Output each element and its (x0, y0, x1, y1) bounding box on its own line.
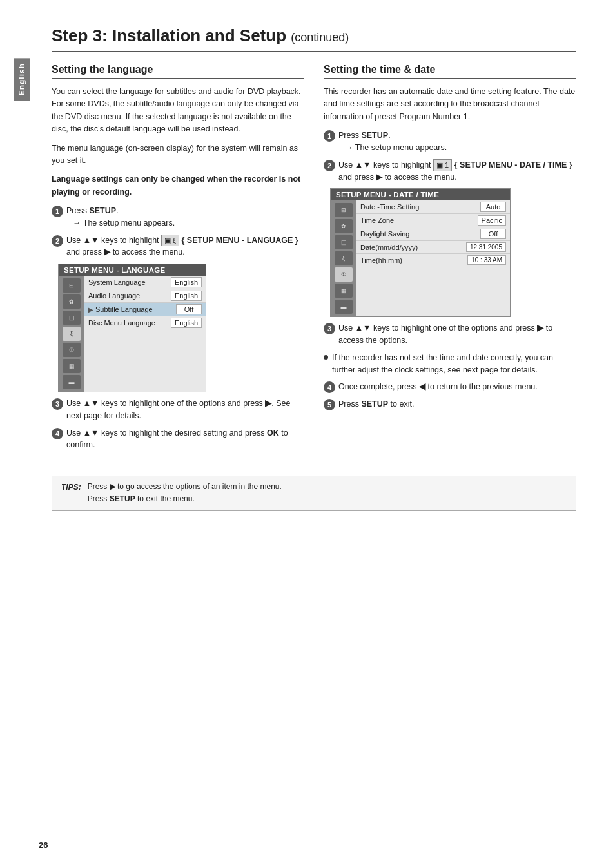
step-num-4: 4 (52, 428, 63, 439)
language-menu-body: ⊟ ✿ ◫ ξ ① ▦ ▬ System Language English (59, 276, 206, 392)
tips-content: Press ▶ to go access the options of an i… (88, 481, 282, 505)
datetime-row-2: Daylight Saving Off (356, 227, 510, 241)
right-step-1: 1 Press SETUP. → The setup menu appears. (324, 130, 576, 154)
right-step-5-content: Press SETUP to exit. (338, 398, 576, 410)
right-step-num-3: 3 (324, 323, 335, 334)
language-menu-row-2: ▶ Subtitle Language Off (84, 303, 206, 316)
left-step-4: 4 Use ▲▼ keys to highlight the desired s… (52, 427, 304, 452)
right-step-num-2: 2 (324, 160, 335, 171)
page-number: 26 (39, 840, 48, 850)
left-step-3: 3 Use ▲▼ keys to highlight one of the op… (52, 398, 304, 422)
datetime-row-0: Date -Time Setting Auto (356, 200, 510, 214)
menu-icon-5: ① (63, 343, 81, 357)
language-menu-row-0: System Language English (84, 276, 206, 289)
step-num-3: 3 (52, 398, 63, 410)
left-step-2-content: Use ▲▼ keys to highlight ▣ ξ { SETUP MEN… (66, 235, 304, 259)
right-step-3-content: Use ▲▼ keys to highlight one of the opti… (338, 322, 576, 347)
right-bullet-step: If the recorder has not set the time and… (324, 352, 576, 376)
language-menu-row-1: Audio Language English (84, 289, 206, 303)
right-step-2-content: Use ▲▼ keys to highlight ▣ 1 { SETUP MEN… (338, 159, 576, 184)
datetime-menu-icons: ⊟ ✿ ◫ ξ ① ▦ ▬ (331, 200, 356, 316)
left-column: Setting the language You can select the … (52, 64, 304, 456)
left-step-2: 2 Use ▲▼ keys to highlight ▣ ξ { SETUP M… (52, 235, 304, 259)
right-section-heading: Setting the time & date (324, 64, 576, 79)
step-num-1: 1 (52, 206, 63, 217)
menu-icon-4: ξ (63, 327, 81, 341)
right-step-2: 2 Use ▲▼ keys to highlight ▣ 1 { SETUP M… (324, 159, 576, 184)
sidebar-english-label: English (14, 58, 30, 101)
datetime-menu-rows: Date -Time Setting Auto Time Zone Pacifi… (356, 200, 510, 316)
dt-menu-icon-3: ◫ (335, 235, 353, 249)
right-step-num-5: 5 (324, 399, 335, 410)
left-step-4-content: Use ▲▼ keys to highlight the desired set… (66, 427, 304, 452)
tips-line-2: Press SETUP to exit the menu. (88, 493, 282, 505)
menu-note: The menu language (on-screen display) fo… (52, 142, 304, 168)
datetime-row-1: Time Zone Pacific (356, 214, 510, 227)
right-step-3: 3 Use ▲▼ keys to highlight one of the op… (324, 322, 576, 347)
tips-box: TIPS: Press ▶ to go access the options o… (52, 476, 576, 510)
language-menu-box: SETUP MENU - LANGUAGE ⊟ ✿ ◫ ξ ① ▦ ▬ Syst… (58, 264, 206, 392)
bold-note: Language settings can only be changed wh… (52, 173, 304, 198)
left-section-heading: Setting the language (52, 64, 304, 79)
left-step-3-content: Use ▲▼ keys to highlight one of the opti… (66, 398, 304, 422)
left-intro: You can select the language for subtitle… (52, 86, 304, 136)
menu-icon-7: ▬ (63, 375, 81, 389)
datetime-menu-box: SETUP MENU - DATE / TIME ⊟ ✿ ◫ ξ ① ▦ ▬ D… (330, 188, 511, 317)
right-step-num-4: 4 (324, 381, 335, 393)
datetime-row-3: Date(mm/dd/yyyy) 12 31 2005 (356, 241, 510, 254)
right-step-4-content: Once complete, press ◀ to return to the … (338, 381, 576, 393)
right-step-4: 4 Once complete, press ◀ to return to th… (324, 381, 576, 393)
right-step-5: 5 Press SETUP to exit. (324, 398, 576, 410)
dt-menu-icon-1: ⊟ (335, 203, 353, 217)
datetime-menu-title: SETUP MENU - DATE / TIME (331, 189, 510, 200)
tips-line-1: Press ▶ to go access the options of an i… (88, 481, 282, 493)
dt-menu-icon-4: ξ (335, 251, 353, 265)
datetime-row-4: Time(hh:mm) 10 : 33 AM (356, 254, 510, 266)
language-menu-row-3: Disc Menu Language English (84, 316, 206, 329)
language-menu-title: SETUP MENU - LANGUAGE (59, 264, 206, 276)
right-step-num-1: 1 (324, 130, 335, 142)
right-step-1-content: Press SETUP. → The setup menu appears. (338, 130, 576, 154)
right-bullet-content: If the recorder has not set the time and… (332, 352, 576, 376)
dt-menu-icon-7: ▬ (335, 300, 353, 314)
right-intro: This recorder has an automatic date and … (324, 86, 576, 123)
menu-icon-2: ✿ (63, 294, 81, 309)
language-menu-icons: ⊟ ✿ ◫ ξ ① ▦ ▬ (59, 276, 84, 392)
step-num-2: 2 (52, 235, 63, 247)
right-column: Setting the time & date This recorder ha… (324, 64, 576, 456)
bullet-dot (324, 355, 328, 360)
tips-label: TIPS: (61, 481, 81, 494)
dt-menu-icon-2: ✿ (335, 219, 353, 233)
left-section-body: You can select the language for subtitle… (52, 86, 304, 198)
right-section-body: This recorder has an automatic date and … (324, 86, 576, 123)
menu-icon-6: ▦ (63, 359, 81, 373)
dt-menu-icon-5: ① (335, 267, 353, 282)
language-menu-rows: System Language English Audio Language E… (84, 276, 206, 392)
left-step-1: 1 Press SETUP. → The setup menu appears. (52, 205, 304, 229)
menu-icon-1: ⊟ (63, 278, 81, 293)
menu-icon-3: ◫ (63, 311, 81, 325)
page-title: Step 3: Installation and Setup (continue… (52, 26, 576, 52)
datetime-menu-body: ⊟ ✿ ◫ ξ ① ▦ ▬ Date -Time Setting Auto (331, 200, 510, 316)
left-step-1-content: Press SETUP. → The setup menu appears. (66, 205, 304, 229)
dt-menu-icon-6: ▦ (335, 284, 353, 298)
